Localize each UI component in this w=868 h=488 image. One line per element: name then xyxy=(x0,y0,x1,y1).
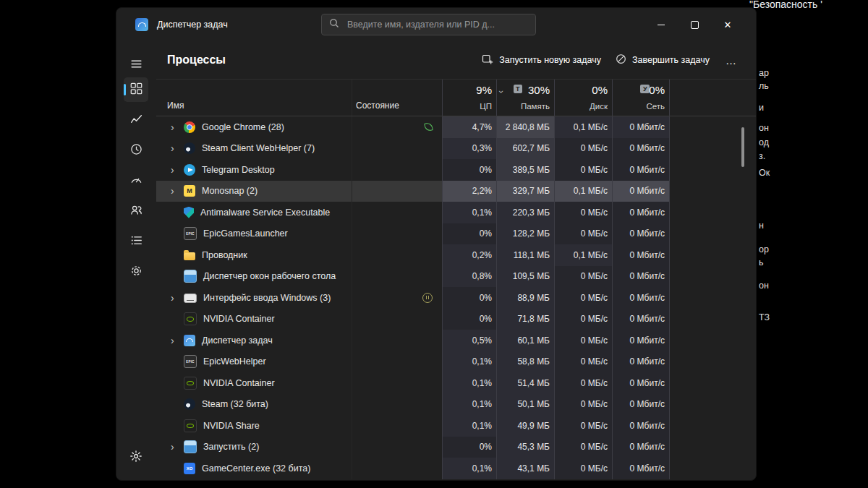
process-name-cell: › Monosnap (2) xyxy=(156,181,352,202)
minimize-button[interactable] xyxy=(644,12,678,37)
process-row[interactable]: NVIDIA Share 0,1% 49,9 МБ 0 МБ/с 0 Мбит/… xyxy=(156,415,756,437)
monosnap-icon xyxy=(184,185,195,197)
cpu-value: 4,7% xyxy=(442,116,496,138)
sidebar-item-startup-apps[interactable] xyxy=(124,168,148,193)
network-value: 0 Мбит/с xyxy=(612,181,670,202)
process-name: Проводник xyxy=(202,250,247,260)
scrollbar-thumb[interactable] xyxy=(741,127,744,167)
cpu-value: 0% xyxy=(442,287,496,309)
process-row[interactable]: › Monosnap (2) 2,2% 329,7 МБ 0,1 МБ/с 0 … xyxy=(156,181,756,202)
network-value: 0 Мбит/с xyxy=(612,309,670,330)
run-new-task-button[interactable]: Запустить новую задачу xyxy=(475,48,608,72)
process-row[interactable]: › Google Chrome (28) 4,7% 2 840,8 МБ 0,1… xyxy=(156,116,756,138)
column-header-name[interactable]: Имя xyxy=(156,80,352,116)
process-row[interactable]: › Запустить (2) 0% 45,3 МБ 0 МБ/с 0 Мбит… xyxy=(156,437,756,458)
network-value: 0 Мбит/с xyxy=(612,458,670,479)
column-header-memory[interactable]: › Т 30% Память xyxy=(496,80,554,116)
process-name-cell: EpicGamesLauncher xyxy=(156,223,352,245)
end-task-button[interactable]: Завершить задачу xyxy=(608,48,717,72)
process-status-cell xyxy=(352,372,442,394)
process-row[interactable]: Проводник 0,2% 118,1 МБ 0,1 МБ/с 0 Мбит/… xyxy=(156,244,756,266)
gear-icon xyxy=(129,450,142,466)
memory-value: 602,7 МБ xyxy=(496,138,554,160)
process-status-cell xyxy=(352,330,442,351)
sidebar-item-processes[interactable] xyxy=(124,77,148,102)
keytip-badge: У xyxy=(640,85,650,93)
expand-chevron-icon[interactable]: › xyxy=(171,185,184,197)
sidebar-item-details[interactable] xyxy=(124,229,148,254)
more-options-button[interactable]: … xyxy=(726,54,737,67)
navigation-menu-button[interactable] xyxy=(124,51,148,76)
performance-icon xyxy=(130,113,142,128)
disk-value: 0,1 МБ/с xyxy=(554,116,612,138)
memory-value: 45,3 МБ xyxy=(496,437,554,458)
folder-icon xyxy=(184,252,195,260)
process-row[interactable]: › Steam Client WebHelper (7) 0,3% 602,7 … xyxy=(156,138,756,160)
cpu-value: 0,8% xyxy=(442,266,496,288)
process-row[interactable]: EpicGamesLauncher 0% 128,2 МБ 0 МБ/с 0 М… xyxy=(156,223,756,245)
sidebar-item-app-history[interactable] xyxy=(124,138,148,163)
background-text-fragment: Ок xyxy=(759,168,770,178)
network-value: 0 Мбит/с xyxy=(612,244,670,266)
efficiency-leaf-icon xyxy=(424,123,433,132)
process-status-cell xyxy=(352,415,442,437)
dwm-icon xyxy=(184,270,197,283)
process-row[interactable]: NVIDIA Container 0,1% 51,4 МБ 0 МБ/с 0 М… xyxy=(156,372,756,394)
cpu-value: 0% xyxy=(442,309,496,330)
process-name: NVIDIA Share xyxy=(203,421,260,431)
expand-chevron-icon[interactable]: › xyxy=(171,142,184,154)
column-header-disk[interactable]: 0% Диск xyxy=(554,80,612,116)
end-task-label: Завершить задачу xyxy=(632,55,710,65)
disk-value: 0 МБ/с xyxy=(554,202,612,223)
process-row[interactable]: EpicWebHelper 0,1% 58,8 МБ 0 МБ/с 0 Мбит… xyxy=(156,351,756,373)
keyboard-icon xyxy=(184,294,197,303)
background-text-fragment: ор xyxy=(759,244,769,254)
close-button[interactable]: ✕ xyxy=(711,12,744,37)
process-row[interactable]: › Диспетчер задач 0,5% 60,1 МБ 0 МБ/с 0 … xyxy=(156,330,756,351)
cpu-value: 0,1% xyxy=(442,351,496,373)
sidebar-item-settings[interactable] xyxy=(124,445,148,470)
process-row[interactable]: Steam (32 бита) 0,1% 50,1 МБ 0 МБ/с 0 Мб… xyxy=(156,394,756,416)
network-value: 0 Мбит/с xyxy=(612,159,670,181)
background-text-fragment: од xyxy=(759,137,769,147)
expand-chevron-icon[interactable]: › xyxy=(171,164,184,176)
process-name: Интерфейс ввода Windows (3) xyxy=(203,293,331,303)
sidebar-item-performance[interactable] xyxy=(124,108,148,132)
expand-chevron-icon[interactable]: › xyxy=(171,121,184,133)
process-name: EpicWebHelper xyxy=(203,356,266,367)
expand-chevron-icon[interactable]: › xyxy=(171,292,184,304)
details-icon xyxy=(130,234,142,249)
process-row[interactable]: NVIDIA Container 0% 71,8 МБ 0 МБ/с 0 Мби… xyxy=(156,309,756,330)
process-name: Диспетчер окон рабочего стола xyxy=(203,271,336,281)
services-icon xyxy=(130,265,142,280)
process-status-cell xyxy=(352,223,442,245)
sidebar-item-users[interactable] xyxy=(124,199,148,223)
memory-value: 109,5 МБ xyxy=(496,266,554,288)
column-header-network[interactable]: У 0% Сеть xyxy=(612,80,670,116)
process-row[interactable]: Antimalware Service Executable 0,1% 220,… xyxy=(156,202,756,223)
search-box[interactable] xyxy=(321,14,536,35)
titlebar[interactable]: Диспетчер задач ✕ xyxy=(116,8,756,41)
column-header-cpu[interactable]: 9% ЦП xyxy=(442,80,496,116)
network-value: 0 Мбит/с xyxy=(612,351,670,373)
process-name: GameCenter.exe (32 бита) xyxy=(202,463,310,474)
process-row[interactable]: › Интерфейс ввода Windows (3) 0% 88,9 МБ… xyxy=(156,287,756,309)
memory-value: 50,1 МБ xyxy=(496,394,554,416)
background-text-fragment: ар xyxy=(759,68,769,78)
disk-value: 0 МБ/с xyxy=(554,138,612,160)
process-row[interactable]: › Telegram Desktop 0% 389,5 МБ 0 МБ/с 0 … xyxy=(156,159,756,181)
process-name-cell: › Диспетчер задач xyxy=(156,330,352,351)
process-row[interactable]: GameCenter.exe (32 бита) 0,1% 43,1 МБ 0 … xyxy=(156,458,756,479)
defender-icon xyxy=(184,207,194,218)
search-input[interactable] xyxy=(346,19,528,30)
cpu-value: 0,3% xyxy=(442,138,496,160)
process-status-cell xyxy=(352,309,442,330)
process-row[interactable]: Диспетчер окон рабочего стола 0,8% 109,5… xyxy=(156,266,756,288)
sidebar-item-services[interactable] xyxy=(124,260,148,284)
maximize-button[interactable] xyxy=(678,12,711,37)
network-value: 0 Мбит/с xyxy=(612,116,670,138)
column-header-status[interactable]: Состояние xyxy=(352,80,442,116)
expand-chevron-icon[interactable]: › xyxy=(171,441,184,453)
disk-value: 0 МБ/с xyxy=(554,351,612,373)
expand-chevron-icon[interactable]: › xyxy=(171,335,184,346)
